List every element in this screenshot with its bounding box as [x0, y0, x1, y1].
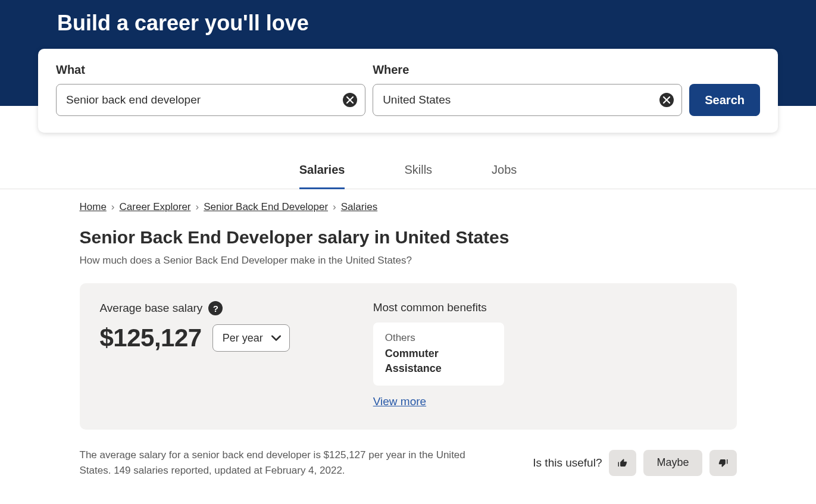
breadcrumb-current: Salaries: [341, 201, 377, 213]
thumbs-up-button[interactable]: [609, 450, 636, 476]
tab-skills[interactable]: Skills: [404, 163, 432, 189]
chevron-right-icon: ›: [333, 201, 336, 213]
maybe-button[interactable]: Maybe: [643, 450, 702, 476]
period-value: Per year: [223, 332, 263, 345]
page-subtitle: How much does a Senior Back End Develope…: [80, 255, 737, 267]
breadcrumb-explorer[interactable]: Career Explorer: [120, 201, 191, 213]
breadcrumb-role[interactable]: Senior Back End Developer: [204, 201, 328, 213]
thumbs-down-button[interactable]: [709, 450, 737, 476]
help-icon[interactable]: ?: [208, 301, 223, 315]
tabs-row: Salaries Skills Jobs: [0, 163, 816, 189]
hero-title: Build a career you'll love: [0, 0, 816, 36]
disclaimer-text: The average salary for a senior back end…: [80, 447, 496, 478]
thumbs-up-icon: [617, 458, 628, 468]
page-title: Senior Back End Developer salary in Unit…: [80, 227, 737, 248]
view-more-link[interactable]: View more: [373, 395, 426, 408]
clear-where-icon[interactable]: [659, 93, 674, 107]
hero-banner: Build a career you'll love What Where: [0, 0, 816, 106]
benefit-category: Others: [385, 332, 492, 344]
where-input[interactable]: [373, 84, 682, 116]
what-label: What: [56, 63, 365, 77]
avg-salary-text: Average base salary: [100, 302, 203, 315]
feedback-question: Is this useful?: [533, 456, 602, 469]
benefits-label: Most common benefits: [373, 301, 504, 314]
search-button[interactable]: Search: [689, 84, 760, 116]
avg-salary-label: Average base salary ?: [100, 301, 290, 315]
breadcrumb: Home › Career Explorer › Senior Back End…: [80, 201, 737, 213]
what-input[interactable]: [56, 84, 365, 116]
summary-card: Average base salary ? $125,127 Per year …: [80, 283, 737, 430]
benefit-name: Commuter Assistance: [385, 346, 492, 376]
benefit-card: Others Commuter Assistance: [373, 323, 504, 386]
period-select[interactable]: Per year: [212, 324, 290, 352]
clear-what-icon[interactable]: [343, 93, 357, 107]
tab-salaries[interactable]: Salaries: [299, 163, 345, 189]
where-label: Where: [373, 63, 682, 77]
thumbs-down-icon: [718, 458, 729, 468]
feedback-group: Is this useful? Maybe: [533, 450, 736, 476]
tab-jobs[interactable]: Jobs: [492, 163, 517, 189]
chevron-right-icon: ›: [196, 201, 199, 213]
breadcrumb-home[interactable]: Home: [80, 201, 107, 213]
search-card: What Where Search: [38, 49, 778, 133]
salary-amount: $125,127: [100, 324, 202, 352]
chevron-down-icon: [271, 332, 281, 345]
chevron-right-icon: ›: [111, 201, 115, 213]
